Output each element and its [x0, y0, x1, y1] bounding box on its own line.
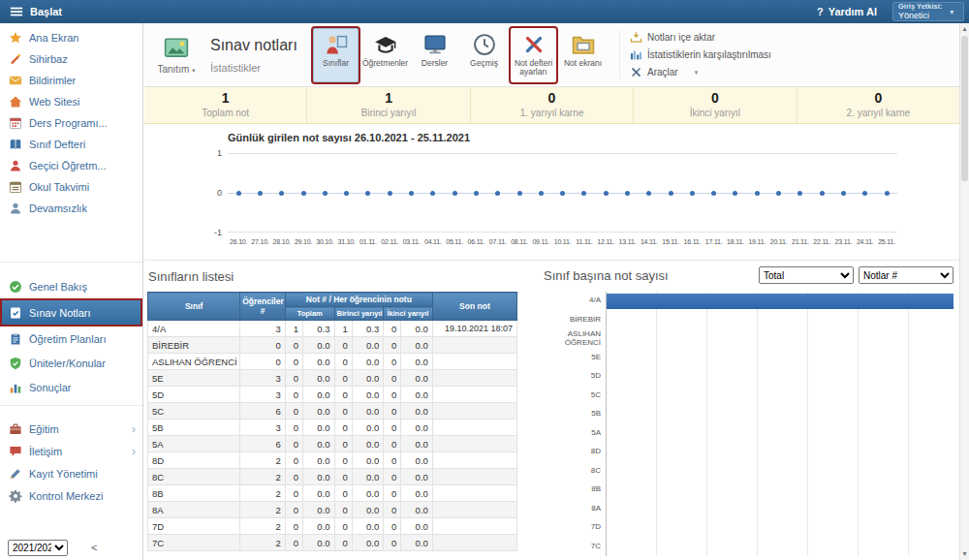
toolbar-button-not-ekrani[interactable]: Not ekranı: [560, 28, 606, 82]
class-row-4-a[interactable]: 4/A310.310.300.019.10.2021 18:07: [148, 321, 517, 337]
bar-row-aslihan-ogrenci: ASLIHAN ÖĞRENCİ: [544, 329, 953, 349]
y-tick-label: -1: [203, 228, 222, 237]
sidebar-item-label: Sınıf Defteri: [29, 139, 85, 150]
action-label: Notları içe aktar: [647, 32, 715, 43]
data-point: [820, 191, 825, 196]
data-point: [365, 191, 370, 196]
first-count: 0: [334, 452, 352, 469]
sidebar-item-ana-ekran[interactable]: Ana Ekran: [0, 27, 142, 48]
x-tick-label: 25.11.: [876, 238, 897, 245]
column-header-students[interactable]: Öğrenciler #: [240, 293, 286, 321]
action-araclar[interactable]: Araçlar▾: [630, 66, 771, 78]
column-header-second-term[interactable]: İkinci yarıyıl: [384, 307, 433, 321]
sidebar-item-label: Üniteler/Konular: [29, 358, 106, 369]
class-row-bi-rebi-r[interactable]: BİREBİR000.000.000.0: [148, 337, 517, 354]
sidebar-item-sonuclar[interactable]: Sonuçlar: [0, 375, 142, 399]
class-row-5b[interactable]: 5B300.000.000.0: [148, 420, 517, 436]
students-count: 2: [240, 535, 286, 551]
class-row-8b[interactable]: 8B200.000.000.0: [148, 485, 517, 502]
scroll-down-arrow[interactable]: ▾: [960, 548, 969, 560]
class-row-8c[interactable]: 8C200.000.000.0: [148, 469, 517, 485]
mail-icon: [9, 74, 22, 87]
toolbar-button-siniflar[interactable]: Sınıflar: [313, 28, 359, 82]
column-header-total[interactable]: Toplam: [285, 307, 334, 321]
class-row-5a[interactable]: 5A600.000.000.0: [148, 436, 517, 452]
class-row-5d[interactable]: 5D300.000.000.0: [148, 387, 517, 403]
scroll-thumb[interactable]: [961, 36, 968, 181]
column-header-first-term[interactable]: Birinci yarıyıl: [334, 307, 384, 321]
second-count: 0: [384, 469, 401, 485]
help-button[interactable]: ? Yardım Al: [817, 6, 877, 17]
bar-category-label: 5E: [544, 354, 606, 362]
first-count: 0: [334, 485, 352, 502]
sidebar-item-kontrol-merkezi[interactable]: Kontrol Merkezi: [0, 484, 142, 507]
sidebar-item-ogretim-planlari[interactable]: Öğretim Planları: [0, 327, 142, 351]
class-row-aslihan-ogrenci[interactable]: ASLIHAN ÖĞRENCİ000.000.000.0: [148, 354, 517, 370]
class-name: 7D: [148, 518, 240, 535]
column-header-lastnote[interactable]: Son not: [432, 293, 516, 321]
data-point-slot: [681, 191, 703, 196]
sidebar-item-egitim[interactable]: Eğitim›: [0, 418, 142, 440]
sidebar-collapse-button[interactable]: <: [91, 542, 97, 553]
sidebar-item-label: Genel Bakış: [29, 281, 87, 293]
sidebar-item-web-sitesi[interactable]: Web Sitesi: [0, 91, 142, 112]
total-filter-select[interactable]: Total: [759, 266, 854, 284]
scroll-up-arrow[interactable]: ▴: [960, 23, 969, 35]
x-tick-label: 20.11.: [767, 238, 789, 245]
action-i-statistiklerin-karsilastirilmasi[interactable]: İstatistiklerin karşılaştırılması: [630, 48, 771, 61]
toolbar-button-label: Not ekranı: [564, 59, 602, 69]
toolbar-button-dersler[interactable]: Dersler: [412, 28, 457, 82]
sidebar-item-bildirimler[interactable]: Bildirimler: [0, 70, 142, 91]
start-menu-button[interactable]: Başlat: [0, 0, 72, 23]
sidebar-item-sinif-defteri[interactable]: Sınıf Defteri: [0, 134, 142, 155]
class-row-8a[interactable]: 8A200.000.000.0: [148, 502, 517, 518]
sidebar-item-label: Kayıt Yönetimi: [29, 468, 98, 480]
school-year-select[interactable]: 2021/2022: [8, 540, 68, 556]
bar-row-5d: 5D: [544, 367, 953, 387]
second-count: 0: [384, 354, 401, 370]
sidebar-item-uniteler-konular[interactable]: Üniteler/Konular: [0, 351, 142, 375]
second-count: 0: [384, 420, 401, 436]
vertical-scrollbar[interactable]: ▴ ▾: [959, 23, 969, 560]
sidebar-item-ders-programi[interactable]: Ders Programı...: [0, 112, 142, 134]
sidebar-item-sihirbaz[interactable]: Sihirbaz: [0, 48, 142, 70]
data-point-slot: [703, 191, 725, 196]
bar[interactable]: [607, 294, 953, 309]
toolbar-button-not-defteri-ayarlari[interactable]: Not defteri ayarları: [511, 28, 556, 82]
total-avg: 0.0: [303, 535, 334, 551]
class-row-5c[interactable]: 5C600.000.000.0: [148, 403, 517, 420]
sidebar-item-kayit-yonetimi[interactable]: Kayıt Yönetimi: [0, 462, 142, 484]
sidebar-item-genel-bakis[interactable]: Genel Bakış: [0, 274, 142, 298]
intro-dropdown-button[interactable]: Tanıtım ▾: [150, 36, 203, 75]
toolbar-button-label: Dersler: [422, 59, 448, 69]
total-count: 0: [285, 387, 302, 403]
bar-track: [606, 462, 953, 482]
sidebar-item-okul-takvimi[interactable]: Okul Takvimi: [0, 176, 142, 198]
last-note: [432, 452, 516, 469]
sidebar-item-gecici-ogretm[interactable]: Geçici Öğretm...: [0, 155, 142, 176]
data-point: [797, 191, 802, 196]
sidebar-item-sinav-notlari[interactable]: Sınav Notları: [2, 300, 141, 325]
calendar-icon: [9, 180, 22, 194]
sidebar-item-devamsizlik[interactable]: Devamsızlık: [0, 198, 142, 219]
action-notlari-ice-aktar[interactable]: Notları içe aktar: [630, 31, 771, 44]
class-row-7d[interactable]: 7D200.000.000.0: [148, 518, 517, 535]
sidebar-item-i-letisim[interactable]: İletişim›: [0, 440, 142, 462]
sidebar-item-label: Bildirimler: [29, 75, 76, 86]
total-count: 0: [285, 535, 302, 551]
toolbar-button-gecmis[interactable]: Geçmiş: [461, 28, 507, 82]
metric-filter-select[interactable]: Notlar #: [859, 266, 953, 284]
sidebar-item-label: Geçici Öğretm...: [29, 160, 106, 171]
data-point-slot: [595, 191, 616, 196]
class-row-8d[interactable]: 8D200.000.000.0: [148, 452, 517, 469]
students-count: 2: [240, 452, 286, 469]
class-row-5e[interactable]: 5E300.000.000.0: [148, 370, 517, 387]
tools-icon: [630, 66, 642, 78]
toolbar-button-ogretmenler[interactable]: Öğretmenler: [362, 28, 408, 82]
data-point-slot: [876, 191, 897, 196]
stat-label: Birinci yarıyıl: [307, 108, 469, 118]
class-row-7c[interactable]: 7C200.000.000.0: [148, 535, 517, 551]
login-role-dropdown[interactable]: Giriş Yetkisi: Yönetici ▾: [892, 2, 964, 21]
column-header-class[interactable]: Sınıf: [148, 293, 240, 321]
check-circle-icon: [9, 280, 22, 294]
